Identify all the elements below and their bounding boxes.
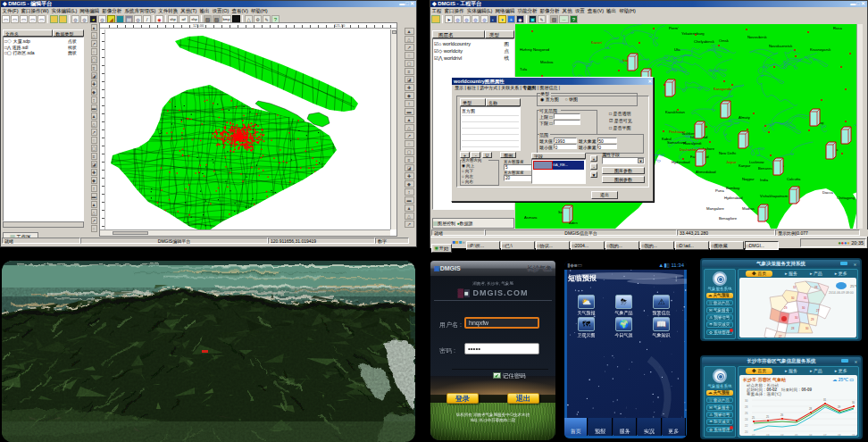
svg-text:Benares: Benares — [758, 166, 772, 171]
svg-text:02: 02 — [752, 434, 755, 436]
svg-text:09: 09 — [852, 434, 855, 436]
svg-text:07: 07 — [823, 434, 827, 436]
svg-text:03: 03 — [766, 434, 770, 436]
svg-text:Krasnoyarsk: Krasnoyarsk — [810, 47, 831, 52]
svg-text:30: 30 — [791, 296, 795, 300]
svg-text:India: India — [760, 178, 769, 182]
svg-text:Lucknow: Lucknow — [749, 160, 765, 164]
svg-text:25℃: 25℃ — [850, 284, 856, 288]
svg-text:30: 30 — [802, 306, 805, 310]
svg-text:Novosibirsk: Novosibirsk — [747, 35, 768, 39]
svg-text:Tula: Tula — [520, 67, 528, 71]
svg-text:29: 29 — [838, 405, 841, 409]
svg-text:28: 28 — [745, 405, 748, 409]
svg-text:Benagilore: Benagilore — [719, 216, 738, 221]
svg-text:Chittagong: Chittagong — [837, 196, 855, 200]
svg-text:Karaganda: Karaganda — [714, 87, 732, 91]
svg-text:30: 30 — [745, 399, 748, 403]
svg-text:30: 30 — [805, 327, 809, 330]
svg-text:Dacca: Dacca — [822, 190, 834, 195]
svg-text:Novokuznetsk: Novokuznetsk — [769, 44, 793, 48]
svg-text:33: 33 — [782, 318, 786, 321]
svg-text:31: 31 — [804, 296, 807, 300]
svg-text:29: 29 — [784, 306, 788, 310]
svg-text:Nagpur: Nagpur — [742, 177, 755, 181]
svg-text:Rusa: Rusa — [833, 26, 842, 30]
svg-text:Hizhniy Novgorod: Hizhniy Novgorod — [520, 47, 550, 52]
svg-text:29: 29 — [811, 318, 814, 321]
svg-text:27: 27 — [816, 309, 820, 313]
svg-text:26: 26 — [745, 412, 748, 415]
svg-text:25: 25 — [766, 415, 770, 419]
svg-text:Peshawar: Peshawar — [669, 129, 686, 134]
svg-text:28: 28 — [791, 327, 795, 330]
svg-text:08: 08 — [838, 434, 841, 436]
svg-text:Puna: Puna — [715, 188, 724, 193]
svg-text:28: 28 — [814, 286, 818, 289]
svg-text:Jaipur: Jaipur — [726, 160, 737, 164]
svg-text:31: 31 — [823, 398, 827, 402]
svg-text:28: 28 — [809, 407, 813, 411]
svg-text:05: 05 — [795, 434, 798, 436]
svg-text:06: 06 — [809, 434, 813, 436]
svg-text:Kanpur: Kanpur — [739, 163, 751, 168]
svg-text:Hyderabad: Hyderabad — [724, 196, 743, 200]
svg-text:20: 20 — [745, 430, 748, 434]
svg-text:30: 30 — [795, 316, 798, 320]
svg-text:Rawalpindi: Rawalpindi — [683, 141, 702, 146]
svg-text:25: 25 — [752, 416, 755, 420]
svg-text:04: 04 — [780, 434, 784, 436]
svg-text:24: 24 — [745, 418, 748, 421]
svg-text:Kabul: Kabul — [662, 137, 672, 141]
svg-text:Mangalore: Mangalore — [706, 206, 724, 211]
svg-text:27: 27 — [779, 335, 782, 338]
svg-text:Omsk: Omsk — [719, 38, 730, 43]
svg-text:Almaty: Almaty — [739, 115, 751, 120]
svg-text:Ahmedabad: Ahmedabad — [696, 170, 716, 174]
svg-text:30: 30 — [852, 401, 855, 404]
svg-text:Vishakhapatnam: Vishakhapatnam — [760, 194, 789, 198]
svg-text:Yekaterinburg: Yekaterinburg — [681, 31, 705, 36]
svg-text:Kazan': Kazan' — [591, 40, 603, 45]
svg-text:Calcutta: Calcutta — [787, 177, 801, 181]
svg-text:Kazakhstan: Kazakhstan — [665, 110, 686, 114]
svg-text:Madras: Madras — [742, 206, 755, 211]
svg-text:2014-06-09 08:00: 2014-06-09 08:00 — [829, 291, 854, 295]
svg-text:Dushanbe: Dushanbe — [680, 147, 697, 152]
svg-text:26: 26 — [780, 413, 784, 417]
svg-text:Bombay: Bombay — [726, 186, 740, 190]
svg-text:Ufa: Ufa — [674, 47, 680, 52]
svg-text:22: 22 — [745, 424, 748, 428]
svg-text:Chelyabinsk: Chelyabinsk — [694, 39, 715, 44]
svg-text:Hyderabad: Hyderabad — [672, 160, 690, 164]
svg-text:32: 32 — [793, 286, 797, 289]
svg-text:Perm': Perm' — [669, 26, 679, 30]
svg-text:Asmara: Asmara — [524, 215, 538, 220]
svg-text:New Delhi: New Delhi — [719, 151, 736, 155]
svg-text:Moskva: Moskva — [540, 60, 554, 64]
